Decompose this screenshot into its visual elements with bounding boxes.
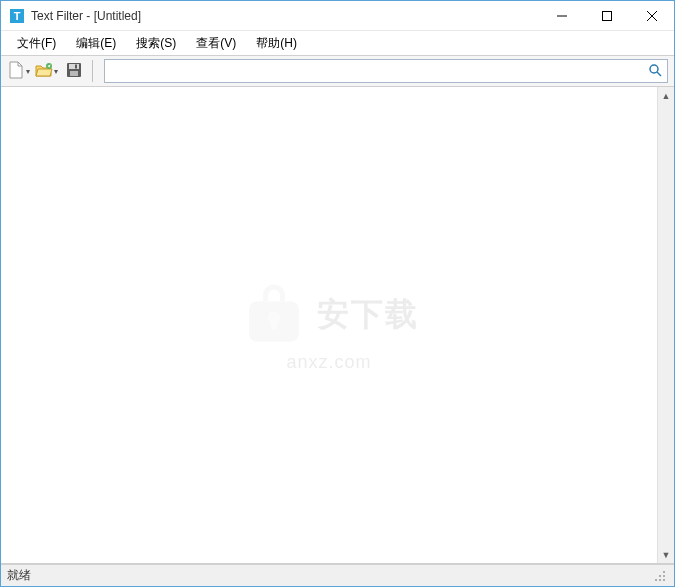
window-title: Text Filter - [Untitled]: [31, 9, 539, 23]
scroll-down-arrow-icon[interactable]: ▼: [658, 546, 674, 563]
app-icon: T: [9, 8, 25, 24]
search-input[interactable]: [105, 60, 643, 82]
svg-rect-15: [271, 320, 277, 330]
menu-file[interactable]: 文件(F): [7, 32, 66, 55]
menu-search[interactable]: 搜索(S): [126, 32, 186, 55]
menu-bar: 文件(F) 编辑(E) 搜索(S) 查看(V) 帮助(H): [1, 31, 674, 55]
search-icon: [648, 63, 662, 80]
svg-point-11: [650, 65, 658, 73]
svg-rect-10: [75, 64, 77, 68]
menu-view[interactable]: 查看(V): [186, 32, 246, 55]
svg-rect-13: [249, 302, 299, 342]
bag-lock-icon: [239, 278, 309, 348]
svg-point-18: [663, 575, 665, 577]
svg-point-20: [659, 579, 661, 581]
svg-rect-8: [69, 64, 79, 69]
menu-edit[interactable]: 编辑(E): [66, 32, 126, 55]
toolbar-separator: [92, 60, 93, 82]
new-file-icon: [7, 61, 25, 82]
chevron-down-icon: ▾: [54, 67, 58, 76]
chevron-down-icon: ▾: [26, 67, 30, 76]
svg-rect-3: [602, 11, 611, 20]
resize-grip-icon[interactable]: [652, 568, 668, 584]
svg-rect-9: [70, 71, 78, 76]
save-button[interactable]: [61, 58, 87, 84]
folder-open-icon: [35, 61, 53, 82]
status-text: 就绪: [7, 567, 31, 584]
watermark-cn-text: 安下载: [317, 293, 419, 337]
search-box[interactable]: [104, 59, 668, 83]
svg-point-16: [663, 571, 665, 573]
content-wrap: 安下载 anxz.com ▲ ▼: [1, 87, 674, 564]
svg-point-17: [659, 575, 661, 577]
svg-point-19: [655, 579, 657, 581]
search-button[interactable]: [643, 60, 667, 82]
vertical-scrollbar[interactable]: ▲ ▼: [657, 87, 674, 563]
window-controls: [539, 1, 674, 30]
title-bar: T Text Filter - [Untitled]: [1, 1, 674, 31]
svg-point-21: [663, 579, 665, 581]
new-file-button[interactable]: ▾: [5, 58, 31, 84]
scroll-track[interactable]: [658, 104, 674, 546]
svg-text:T: T: [14, 10, 21, 22]
open-file-button[interactable]: ▾: [33, 58, 59, 84]
maximize-button[interactable]: [584, 1, 629, 30]
text-area[interactable]: 安下载 anxz.com: [1, 87, 657, 563]
close-button[interactable]: [629, 1, 674, 30]
save-icon: [65, 61, 83, 82]
status-bar: 就绪: [1, 564, 674, 586]
svg-point-14: [268, 312, 280, 324]
toolbar: ▾ ▾: [1, 55, 674, 87]
watermark-en-text: anxz.com: [239, 352, 419, 373]
scroll-up-arrow-icon[interactable]: ▲: [658, 87, 674, 104]
watermark: 安下载 anxz.com: [239, 278, 419, 373]
svg-line-12: [657, 72, 661, 76]
menu-help[interactable]: 帮助(H): [246, 32, 307, 55]
minimize-button[interactable]: [539, 1, 584, 30]
